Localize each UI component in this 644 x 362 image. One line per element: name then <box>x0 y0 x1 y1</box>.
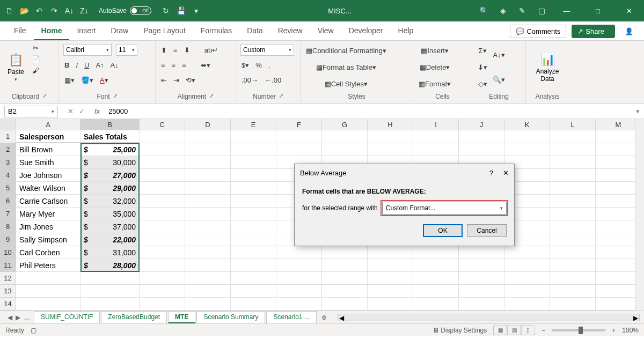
column-header[interactable]: D <box>185 119 231 130</box>
fill-color-button[interactable]: 🪣▾ <box>80 75 94 85</box>
column-header[interactable]: E <box>231 119 276 130</box>
cell[interactable] <box>322 272 368 285</box>
cell[interactable] <box>140 156 185 169</box>
cancel-formula-icon[interactable]: ✕ <box>68 107 74 115</box>
minimize-button[interactable]: — <box>556 3 577 19</box>
tab-home[interactable]: Home <box>34 22 70 40</box>
column-header[interactable]: J <box>459 119 504 130</box>
number-launcher-icon[interactable]: ⤢ <box>279 93 283 100</box>
cell[interactable]: $27,000 <box>80 169 140 182</box>
select-all-corner[interactable] <box>0 119 16 130</box>
cell[interactable] <box>368 259 413 272</box>
zoom-level[interactable]: 100% <box>622 327 639 334</box>
save-icon[interactable]: 💾 <box>176 6 186 16</box>
cell[interactable]: Joe Johnson <box>16 169 80 182</box>
row-header[interactable]: 3 <box>0 156 16 169</box>
brush-icon[interactable]: ✎ <box>517 6 527 16</box>
row-header[interactable]: 14 <box>0 298 16 311</box>
align-left-icon[interactable]: ≡ <box>160 60 166 70</box>
cell[interactable] <box>231 156 276 169</box>
cell[interactable] <box>231 259 276 272</box>
row-header[interactable]: 4 <box>0 169 16 182</box>
cell[interactable] <box>550 130 596 143</box>
cell[interactable] <box>550 143 596 156</box>
column-header[interactable]: G <box>322 119 368 130</box>
increase-indent-icon[interactable]: ⇥ <box>172 75 180 85</box>
cell[interactable] <box>231 285 276 298</box>
cell[interactable]: $22,000 <box>80 233 140 246</box>
insert-cells-button[interactable]: ▦ Insert ▾ <box>418 46 452 56</box>
merge-button[interactable]: ⬌▾ <box>200 60 211 70</box>
cell[interactable] <box>413 143 459 156</box>
font-launcher-icon[interactable]: ⤢ <box>113 93 118 100</box>
align-center-icon[interactable]: ≡ <box>171 60 177 70</box>
align-middle-icon[interactable]: ≡ <box>172 45 179 55</box>
row-header[interactable]: 6 <box>0 195 16 208</box>
formula-input[interactable]: 25000 <box>104 107 632 115</box>
cell[interactable] <box>322 246 368 259</box>
tab-formulas[interactable]: Formulas <box>193 22 239 40</box>
cell[interactable] <box>185 169 231 182</box>
cell[interactable] <box>413 298 459 311</box>
increase-decimal-icon[interactable]: .00→ <box>240 75 259 85</box>
cell[interactable] <box>231 233 276 246</box>
cell[interactable]: $28,000 <box>80 259 140 272</box>
macro-record-icon[interactable]: ▢ <box>31 327 36 334</box>
cell[interactable] <box>550 220 596 233</box>
align-right-icon[interactable]: ≡ <box>181 60 187 70</box>
column-header[interactable]: I <box>413 119 459 130</box>
paste-button[interactable]: 📋Paste▾ <box>4 43 27 92</box>
cell[interactable] <box>550 272 596 285</box>
orientation-button[interactable]: ⟲▾ <box>185 75 196 85</box>
cell[interactable] <box>413 259 459 272</box>
cell[interactable] <box>185 272 231 285</box>
cell[interactable] <box>459 259 504 272</box>
cell[interactable] <box>185 156 231 169</box>
cell[interactable] <box>140 246 185 259</box>
cell[interactable] <box>140 285 185 298</box>
cell[interactable] <box>413 272 459 285</box>
horizontal-scrollbar[interactable]: ◀▶ <box>338 314 640 321</box>
cell[interactable] <box>550 169 596 182</box>
row-header[interactable]: 10 <box>0 246 16 259</box>
cell[interactable]: Carl Corben <box>16 246 80 259</box>
cell[interactable] <box>231 195 276 208</box>
format-painter-button[interactable]: 🖌 <box>31 65 41 76</box>
cell[interactable] <box>231 169 276 182</box>
new-sheet-button[interactable]: ⊕ <box>317 314 331 321</box>
cell[interactable] <box>504 259 550 272</box>
sort-asc-icon[interactable]: A↓ <box>64 6 74 16</box>
italic-button[interactable]: I <box>75 60 79 70</box>
align-bottom-icon[interactable]: ⬇ <box>183 45 191 55</box>
row-header[interactable]: 12 <box>0 272 16 285</box>
cell[interactable] <box>276 259 322 272</box>
cell[interactable]: Mary Myer <box>16 208 80 220</box>
cell[interactable] <box>550 285 596 298</box>
currency-button[interactable]: $▾ <box>240 60 250 70</box>
autosave-toggle[interactable]: AutoSave Off <box>99 6 151 15</box>
sort-filter-button[interactable]: A↓▾ <box>492 50 506 60</box>
cell[interactable] <box>413 285 459 298</box>
search-icon[interactable]: 🔍 <box>479 6 488 16</box>
sheet-tab[interactable]: SUMIF_COUNTIF <box>34 311 100 323</box>
cell[interactable] <box>140 298 185 311</box>
cell[interactable] <box>140 259 185 272</box>
cell[interactable] <box>231 143 276 156</box>
display-settings-button[interactable]: 🖥 Display Settings <box>433 327 487 334</box>
find-select-button[interactable]: 🔍▾ <box>492 75 506 85</box>
cell[interactable] <box>459 272 504 285</box>
cell[interactable] <box>322 285 368 298</box>
copy-button[interactable]: 📄 <box>31 54 41 64</box>
cell[interactable] <box>185 143 231 156</box>
cell[interactable] <box>368 298 413 311</box>
row-header[interactable]: 13 <box>0 285 16 298</box>
cell[interactable] <box>504 130 550 143</box>
cell[interactable] <box>185 208 231 220</box>
cell[interactable] <box>185 195 231 208</box>
cell[interactable] <box>140 272 185 285</box>
cell[interactable] <box>413 246 459 259</box>
cell[interactable] <box>276 272 322 285</box>
cell[interactable] <box>276 130 322 143</box>
format-as-table-button[interactable]: ▦ Format as Table ▾ <box>305 62 387 72</box>
vertical-scrollbar[interactable] <box>635 119 644 311</box>
